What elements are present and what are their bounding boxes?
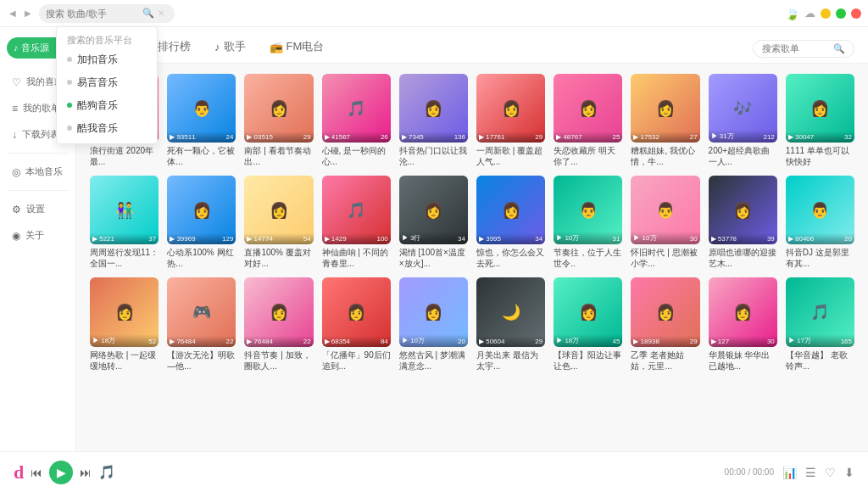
playlist-card[interactable]: 👩▶ 10万20悠然古风 | 梦潮满满意念... [399,277,468,371]
search-area: 🔍 ✕ 搜索的音乐平台 加扣音乐 易言音乐 酷狗音乐 [39,4,175,23]
playlist-card[interactable]: 👩▶ 1776129一周新歌 | 覆盖超人气... [476,74,545,167]
settings-icon: ⚙ [12,204,21,215]
song-count: 29 [303,133,311,141]
playlist-button[interactable]: ☰ [805,466,816,479]
player-bar: d ⏮ ▶ ⏭ 🎵 00:00 / 00:00 📊 ☰ ♡ ⬇ [0,451,868,492]
playlist-card[interactable]: 👩▶ 39969129心动系100% 网红热... [167,176,236,269]
playlist-card[interactable]: 👨▶ 10万31节奏往，位于人生世令.. [554,176,622,269]
playlist-card[interactable]: 👩▶ 1753227糟糕姐妹, 我优心情，牛... [631,74,699,167]
play-count: ▶ 68354 [325,338,350,345]
playlist-card[interactable]: 🌙▶ 5060429月美出来 最信为太宇... [476,277,545,371]
sidebar-item-label: 关于 [25,229,44,242]
playlist-card[interactable]: 🎵▶ 17万165【华音越】 老歌铃声... [786,277,854,371]
playlist-card[interactable]: 👫▶ 522137周周巡行发现11：全国一... [90,176,159,269]
playlist-title: 心动系100% 网红热... [167,247,236,269]
grid-search-input[interactable] [762,43,830,53]
grid-search-icon[interactable]: 🔍 [833,43,845,54]
next-button[interactable]: ⏭ [80,466,92,479]
tab-artists[interactable]: ♪ 歌手 [211,34,249,63]
playlist-title: 心碰, 是一秒间的心... [322,145,391,167]
search-icon[interactable]: 🔍 [142,8,154,19]
song-count: 100 [376,235,387,243]
playlist-card[interactable]: 👩▶ 0351529南部 | 看着节奏动出... [244,74,313,167]
play-count: ▶ 18938 [633,338,659,345]
download-button[interactable]: ⬇ [844,466,854,479]
playlist-card[interactable]: 👩▶ 12730华晨银妹 华华出已越地... [709,277,777,371]
play-count: ▶ 76484 [247,338,272,345]
playlist-card[interactable]: 👩▶ 7648422抖音节奏 | 加致，圈歌人... [244,277,313,371]
prev-button[interactable]: ⏮ [31,466,42,479]
close-button[interactable] [851,8,861,19]
window-controls: 🍃 ☁ [785,7,861,20]
dropdown-item-kuwomusic[interactable]: 酷我音乐 [57,117,157,140]
playlist-card[interactable]: 👨▶ 8040620抖音DJ 这是郭里有其... [786,176,854,269]
song-count: 52 [148,338,156,345]
play-count: ▶ 17万 [788,336,811,345]
playlist-card[interactable]: 👩▶ 399534惊也，你怎么会又去死... [476,176,545,269]
sidebar-item-about[interactable]: ◉ 关于 [3,223,72,248]
heart-button[interactable]: ♡ [825,466,836,479]
maximize-button[interactable] [836,8,846,19]
eq-icon: 🎵 [98,464,115,480]
cloud-icon[interactable]: ☁ [804,7,815,20]
nav-forward-button[interactable]: ▶ [22,7,34,20]
playlist-title: 一周新歌 | 覆盖超人气... [476,145,545,167]
playlist-card[interactable]: 👩▶ 6835484「亿播年」90后们追到... [322,277,391,371]
song-count: 37 [148,235,156,243]
song-count: 212 [763,133,774,141]
playlist-card[interactable]: 👨▶ 10万30怀旧时代 | 思潮被小学... [631,176,699,269]
song-count: 29 [535,133,542,141]
playlist-title: 抖音热门口以让我沦... [399,145,468,167]
playlist-title: 浪行街道 2020年最... [90,145,159,167]
nav-back-button[interactable]: ◀ [7,7,19,20]
song-count: 39 [767,235,775,243]
clear-icon[interactable]: ✕ [158,8,164,18]
song-count: 34 [458,235,465,243]
dropdown-item-jiakoumusic[interactable]: 加扣音乐 [57,48,157,71]
playlist-card[interactable]: 🎮▶ 7648422【游次无沦】明歌—他... [167,277,236,371]
play-count: ▶ 10万 [402,336,425,345]
playlist-card[interactable]: 🎵▶ 1429100神仙曲响 | 不同的青春里... [322,176,391,269]
playlist-card[interactable]: 👩▶ 7345136抖音热门口以让我沦... [399,74,468,167]
playlist-card[interactable]: 👩▶ 18万52网络热歌 | 一起缓缓地转... [90,277,159,371]
playlist-title: 200+超经典歌曲 一人... [709,145,777,167]
playlist-title: 「亿播年」90后们追到... [322,349,391,372]
playlist-title: 网络热歌 | 一起缓缓地转... [90,349,159,372]
play-count: ▶ 53778 [711,235,737,243]
playlist-card[interactable]: 👩▶ 1893829乙季 老者她姑姑，元里... [631,277,699,371]
equalizer-button[interactable]: 📊 [782,466,797,479]
playlist-card[interactable]: 🎶▶ 31万212200+超经典歌曲 一人... [709,74,777,167]
playlist-card[interactable]: 👩▶ 1477454直播100% 覆盖对对好... [244,176,313,269]
song-count: 136 [454,133,465,141]
playlist-title: 抖音节奏 | 加致，圈歌人... [244,349,313,372]
play-count: ▶ 03515 [247,133,272,141]
grid-search-container: 🔍 [753,40,854,58]
playlist-card[interactable]: 👩▶ 4876725失恋收藏所 明天你了... [554,74,622,167]
tab-artists-label: 歌手 [224,39,246,54]
playlist-card[interactable]: 👨▶ 9351124死有一颗心，它被体... [167,74,236,167]
playlist-card[interactable]: 👩▶ 3行34渴情 [100首×温度×放火]... [399,176,468,269]
dropdown-item-label: 酷我音乐 [77,121,118,136]
play-count: ▶ 14774 [247,235,272,243]
play-button[interactable]: ▶ [49,461,73,484]
play-count: ▶ 17761 [479,133,504,141]
playlist-title: 月美出来 最信为太宇... [476,349,545,372]
play-count: ▶ 93511 [170,133,195,141]
active-dot-icon [67,103,72,108]
tab-fm[interactable]: 📻 FM电台 [266,34,328,63]
sidebar-item-settings[interactable]: ⚙ 设置 [3,197,72,221]
playlist-card[interactable]: 🎵▶ 4156726心碰, 是一秒间的心... [322,74,391,167]
minimize-button[interactable] [821,8,831,19]
player-controls: ⏮ ▶ ⏭ [31,461,92,484]
playlist-card[interactable]: 👩▶ 18万45【球音】阳边让事让色... [554,277,622,371]
search-input[interactable] [46,8,139,19]
play-count: ▶ 10万 [633,233,656,243]
song-count: 129 [222,235,233,243]
dropdown-item-yiyanmusic[interactable]: 易言音乐 [57,71,157,94]
sidebar-divider-2 [7,190,69,191]
sidebar-item-local[interactable]: ◎ 本地音乐 [3,159,72,184]
playlist-card[interactable]: 👩▶ 5377839原唱也谁哪的迎接 艺木... [709,176,777,269]
playlist-card[interactable]: 👩▶ 30047321111 单单也可以快快好 [786,74,854,167]
dropdown-item-kugoumusic[interactable]: 酷狗音乐 [57,94,157,117]
playlist-title: 直播100% 覆盖对对好... [244,247,313,269]
